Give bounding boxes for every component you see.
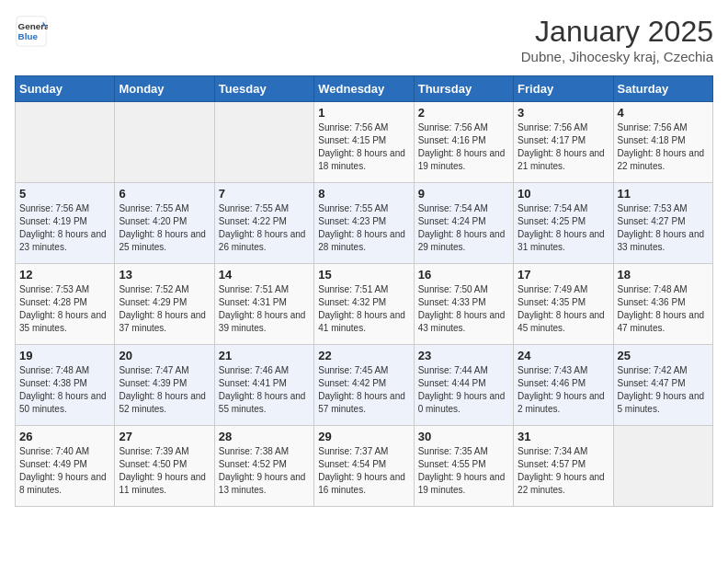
day-number: 7 (219, 187, 310, 201)
day-number: 9 (418, 187, 509, 201)
calendar-cell (16, 102, 115, 183)
day-info: Sunrise: 7:39 AM Sunset: 4:50 PM Dayligh… (119, 445, 210, 497)
calendar-cell: 2Sunrise: 7:56 AM Sunset: 4:16 PM Daylig… (414, 102, 513, 183)
svg-text:Blue: Blue (18, 31, 39, 41)
day-number: 25 (618, 349, 709, 362)
calendar-cell: 23Sunrise: 7:44 AM Sunset: 4:44 PM Dayli… (414, 345, 513, 426)
day-info: Sunrise: 7:51 AM Sunset: 4:31 PM Dayligh… (219, 283, 310, 335)
day-info: Sunrise: 7:54 AM Sunset: 4:25 PM Dayligh… (518, 202, 609, 254)
day-info: Sunrise: 7:56 AM Sunset: 4:15 PM Dayligh… (318, 121, 409, 173)
day-number: 31 (518, 430, 609, 443)
day-info: Sunrise: 7:35 AM Sunset: 4:55 PM Dayligh… (418, 445, 509, 497)
weekday-header-sunday: Sunday (16, 76, 115, 102)
calendar-subtitle: Dubne, Jihocesky kraj, Czechia (521, 49, 713, 64)
day-number: 16 (418, 268, 509, 282)
page-header: General Blue January 2025 Dubne, Jihoces… (15, 15, 713, 64)
calendar-cell: 1Sunrise: 7:56 AM Sunset: 4:15 PM Daylig… (314, 102, 414, 183)
day-number: 24 (518, 349, 609, 362)
day-info: Sunrise: 7:56 AM Sunset: 4:19 PM Dayligh… (19, 202, 110, 254)
day-number: 29 (318, 430, 409, 443)
calendar-week-3: 12Sunrise: 7:53 AM Sunset: 4:28 PM Dayli… (16, 264, 713, 345)
calendar-cell: 28Sunrise: 7:38 AM Sunset: 4:52 PM Dayli… (214, 426, 313, 507)
day-info: Sunrise: 7:46 AM Sunset: 4:41 PM Dayligh… (219, 364, 310, 416)
day-number: 11 (618, 187, 709, 201)
day-number: 17 (518, 268, 609, 282)
calendar-cell: 17Sunrise: 7:49 AM Sunset: 4:35 PM Dayli… (514, 264, 613, 345)
day-info: Sunrise: 7:53 AM Sunset: 4:27 PM Dayligh… (618, 202, 709, 254)
weekday-header-friday: Friday (514, 76, 613, 102)
calendar-cell: 7Sunrise: 7:55 AM Sunset: 4:22 PM Daylig… (214, 183, 313, 264)
calendar-cell (115, 102, 214, 183)
day-info: Sunrise: 7:44 AM Sunset: 4:44 PM Dayligh… (418, 364, 509, 416)
weekday-header-thursday: Thursday (414, 76, 513, 102)
weekday-header-wednesday: Wednesday (314, 76, 414, 102)
calendar-cell: 27Sunrise: 7:39 AM Sunset: 4:50 PM Dayli… (115, 426, 214, 507)
calendar-cell: 4Sunrise: 7:56 AM Sunset: 4:18 PM Daylig… (613, 102, 712, 183)
day-number: 1 (318, 106, 409, 120)
calendar-cell: 8Sunrise: 7:55 AM Sunset: 4:23 PM Daylig… (314, 183, 414, 264)
day-info: Sunrise: 7:42 AM Sunset: 4:47 PM Dayligh… (618, 364, 709, 416)
calendar-body: 1Sunrise: 7:56 AM Sunset: 4:15 PM Daylig… (16, 102, 713, 507)
day-info: Sunrise: 7:47 AM Sunset: 4:39 PM Dayligh… (119, 364, 210, 416)
day-info: Sunrise: 7:55 AM Sunset: 4:20 PM Dayligh… (119, 202, 210, 254)
calendar-cell: 5Sunrise: 7:56 AM Sunset: 4:19 PM Daylig… (16, 183, 115, 264)
calendar-cell: 10Sunrise: 7:54 AM Sunset: 4:25 PM Dayli… (514, 183, 613, 264)
calendar-cell: 25Sunrise: 7:42 AM Sunset: 4:47 PM Dayli… (613, 345, 712, 426)
calendar-cell: 31Sunrise: 7:34 AM Sunset: 4:57 PM Dayli… (514, 426, 613, 507)
day-info: Sunrise: 7:40 AM Sunset: 4:49 PM Dayligh… (19, 445, 110, 497)
day-info: Sunrise: 7:48 AM Sunset: 4:38 PM Dayligh… (19, 364, 110, 416)
calendar-header: SundayMondayTuesdayWednesdayThursdayFrid… (16, 76, 713, 102)
calendar-cell: 21Sunrise: 7:46 AM Sunset: 4:41 PM Dayli… (214, 345, 313, 426)
day-number: 30 (418, 430, 509, 443)
day-info: Sunrise: 7:53 AM Sunset: 4:28 PM Dayligh… (19, 283, 110, 335)
calendar-week-4: 19Sunrise: 7:48 AM Sunset: 4:38 PM Dayli… (16, 345, 713, 426)
day-number: 14 (219, 268, 310, 282)
calendar-cell: 24Sunrise: 7:43 AM Sunset: 4:46 PM Dayli… (514, 345, 613, 426)
calendar-cell: 12Sunrise: 7:53 AM Sunset: 4:28 PM Dayli… (16, 264, 115, 345)
day-info: Sunrise: 7:49 AM Sunset: 4:35 PM Dayligh… (518, 283, 609, 335)
calendar-cell: 22Sunrise: 7:45 AM Sunset: 4:42 PM Dayli… (314, 345, 414, 426)
day-number: 13 (119, 268, 210, 282)
day-info: Sunrise: 7:55 AM Sunset: 4:23 PM Dayligh… (318, 202, 409, 254)
day-info: Sunrise: 7:50 AM Sunset: 4:33 PM Dayligh… (418, 283, 509, 335)
day-info: Sunrise: 7:37 AM Sunset: 4:54 PM Dayligh… (318, 445, 409, 497)
calendar-cell (613, 426, 712, 507)
calendar-week-1: 1Sunrise: 7:56 AM Sunset: 4:15 PM Daylig… (16, 102, 713, 183)
day-number: 10 (518, 187, 609, 201)
calendar-cell: 18Sunrise: 7:48 AM Sunset: 4:36 PM Dayli… (613, 264, 712, 345)
calendar-cell: 11Sunrise: 7:53 AM Sunset: 4:27 PM Dayli… (613, 183, 712, 264)
day-number: 12 (19, 268, 110, 282)
calendar-cell (214, 102, 313, 183)
calendar-title: January 2025 (521, 15, 713, 49)
calendar-cell: 14Sunrise: 7:51 AM Sunset: 4:31 PM Dayli… (214, 264, 313, 345)
day-number: 6 (119, 187, 210, 201)
logo-icon: General Blue (15, 15, 48, 48)
day-info: Sunrise: 7:51 AM Sunset: 4:32 PM Dayligh… (318, 283, 409, 335)
weekday-header-monday: Monday (115, 76, 214, 102)
day-number: 23 (418, 349, 509, 362)
day-info: Sunrise: 7:38 AM Sunset: 4:52 PM Dayligh… (219, 445, 310, 497)
day-info: Sunrise: 7:45 AM Sunset: 4:42 PM Dayligh… (318, 364, 409, 416)
calendar-cell: 20Sunrise: 7:47 AM Sunset: 4:39 PM Dayli… (115, 345, 214, 426)
day-number: 28 (219, 430, 310, 443)
day-info: Sunrise: 7:48 AM Sunset: 4:36 PM Dayligh… (618, 283, 709, 335)
day-number: 4 (618, 106, 709, 120)
day-number: 22 (318, 349, 409, 362)
day-number: 26 (19, 430, 110, 443)
logo: General Blue (15, 15, 48, 48)
calendar-cell: 26Sunrise: 7:40 AM Sunset: 4:49 PM Dayli… (16, 426, 115, 507)
weekday-header-saturday: Saturday (613, 76, 712, 102)
calendar-cell: 6Sunrise: 7:55 AM Sunset: 4:20 PM Daylig… (115, 183, 214, 264)
day-number: 18 (618, 268, 709, 282)
day-number: 20 (119, 349, 210, 362)
calendar-cell: 9Sunrise: 7:54 AM Sunset: 4:24 PM Daylig… (414, 183, 513, 264)
calendar-week-2: 5Sunrise: 7:56 AM Sunset: 4:19 PM Daylig… (16, 183, 713, 264)
day-info: Sunrise: 7:56 AM Sunset: 4:17 PM Dayligh… (518, 121, 609, 173)
calendar-table: SundayMondayTuesdayWednesdayThursdayFrid… (15, 75, 713, 507)
day-info: Sunrise: 7:43 AM Sunset: 4:46 PM Dayligh… (518, 364, 609, 416)
day-info: Sunrise: 7:55 AM Sunset: 4:22 PM Dayligh… (219, 202, 310, 254)
day-number: 21 (219, 349, 310, 362)
day-number: 15 (318, 268, 409, 282)
day-number: 5 (19, 187, 110, 201)
calendar-cell: 29Sunrise: 7:37 AM Sunset: 4:54 PM Dayli… (314, 426, 414, 507)
